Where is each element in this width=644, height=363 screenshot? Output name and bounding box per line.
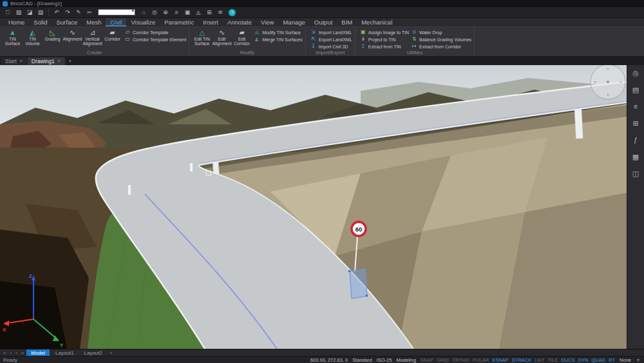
edit-icon[interactable]: ✎ [73,8,84,17]
edit-corridor-button[interactable]: ▰ Edit Corridor [232,28,252,46]
close-icon[interactable]: ✕ [57,59,61,64]
toggle-tile[interactable]: TILE [548,357,558,363]
tab-visualize[interactable]: Visualize [126,18,160,26]
toggle-strack[interactable]: STRACK [512,357,531,363]
tab-bim[interactable]: BIM [337,18,357,26]
tab-insert[interactable]: Insert [198,18,223,26]
tab-mesh[interactable]: Mesh [82,18,106,26]
materials-panel-icon[interactable]: ▦ [632,153,639,161]
close-icon[interactable]: ✕ [19,59,23,64]
doc-tab-start[interactable]: Start ✕ [1,57,27,65]
sheets-panel-icon[interactable]: ⊞ [632,119,638,127]
tab-annotate[interactable]: Annotate [223,18,256,26]
balance-grading-volumes-icon: ⇅ [411,36,417,43]
layout-tab-layout2[interactable]: Layout2 [80,349,107,357]
corridor-template-button[interactable]: ▱ Corridor Template [124,29,186,35]
new-tab-button[interactable]: + [66,57,75,65]
import-civil3d-button[interactable]: ↧ Import Civil 3D [310,43,352,50]
balance-grading-volumes-button[interactable]: ⇅ Balance Grading Volumes [411,36,471,43]
project-to-tin-button[interactable]: ↡ Project to TIN [360,36,409,43]
home-view-icon[interactable]: ⌂ [138,8,149,17]
layers-panel-icon[interactable]: ▤ [632,86,639,93]
workspace-name[interactable]: Modeling [396,357,415,363]
tab-solid[interactable]: Solid [29,18,52,26]
grading-button[interactable]: ◺ Grading [43,28,62,46]
undo-icon[interactable]: ↶ [52,8,62,17]
add-layout-button[interactable]: + [108,350,114,356]
toggle-polar[interactable]: POLAR [473,357,489,363]
tin-surface-button[interactable]: ▲ TIN Surface [3,28,23,46]
water-drop-button[interactable]: ⊙ Water Drop [411,29,471,35]
prev-tab-icon[interactable]: ‹ [8,350,13,356]
edit-alignment-button[interactable]: ∿ Edit Alignment [212,28,232,46]
redo-icon[interactable]: ↷ [62,8,73,17]
structure-panel-icon[interactable]: ◫ [632,170,639,177]
first-tab-icon[interactable]: « [2,350,7,356]
corridor-button[interactable]: ▰ Corridor [102,28,122,46]
vertical-alignment-view-button[interactable]: ⊿ Vertical Alignment View [82,28,102,46]
tab-surface[interactable]: Surface [52,18,82,26]
extract-from-tin-button[interactable]: ↥ Extract from TIN [360,43,409,50]
open-file-icon[interactable]: ▨ [14,8,24,17]
save-icon[interactable]: ◪ [24,8,35,17]
tab-parametric[interactable]: Parametric [160,18,198,26]
layers-icon[interactable]: ≡ [171,8,182,17]
settings-icon[interactable]: ≋ [215,8,225,17]
toggle-ortho[interactable]: ORTHO [452,357,469,363]
cursor-coordinates[interactable]: 603.93, 272.63, 0 [310,357,348,363]
edit-tin-surface-icon: △ [199,28,204,37]
corridor-template-element-button[interactable]: ▭ Corridor Template Element [124,36,186,43]
selected-sign-panel[interactable] [350,269,367,299]
extract-from-corridor-button[interactable]: ↦ Extract from Corridor [411,43,471,50]
cut-icon[interactable]: ✂ [84,8,95,17]
dimension-style[interactable]: ISO-25 [377,357,392,363]
toggle-quad[interactable]: QUAD [592,357,606,363]
tin-surface-icon: ▲ [9,28,16,37]
tab-manage[interactable]: Manage [278,18,309,26]
toggle-snap[interactable]: SNAP [421,357,433,363]
toggle-rt[interactable]: RT [609,357,615,363]
print-icon[interactable]: ▤ [35,8,46,17]
edit-tin-surface-button[interactable]: △ Edit TIN Surface [192,28,212,46]
toggle-dyn[interactable]: DYN [578,357,589,363]
navigation-sphere[interactable] [591,65,625,99]
new-file-icon[interactable]: □ [3,8,13,17]
viewport-scene: 60 Z X Y [0,65,627,349]
toggle-grid[interactable]: GRID [437,357,449,363]
assign-image-to-tin-button[interactable]: ▣ Assign Image to TIN [360,29,409,35]
grid-icon[interactable]: ⊞ [204,8,214,17]
tin-volume-surface-button[interactable]: ◭ TIN Volume Surface [23,28,43,46]
help-icon[interactable]: ? [229,9,236,16]
layout-tab-layout1[interactable]: Layout1 [51,349,78,357]
tab-mechanical[interactable]: Mechanical [357,18,397,26]
zoom-icon[interactable]: ⊕ [160,8,171,17]
properties-panel-icon[interactable]: ≡ [634,103,638,110]
fx-panel-icon[interactable]: ƒ [634,136,638,144]
last-tab-icon[interactable]: » [20,350,25,356]
modify-tin-surface-button[interactable]: ◬ Modify TIN Surface [254,29,303,35]
tab-home[interactable]: Home [4,18,29,26]
alignment-button[interactable]: ∿ Alignment [62,28,82,46]
import-landxml-button[interactable]: ⇲ Import LandXML [310,29,352,35]
orbit-icon[interactable]: ◎ [149,8,160,17]
layout-tab-model[interactable]: Model [26,349,50,357]
current-standard[interactable]: Standard [352,357,372,363]
tab-view[interactable]: View [256,18,278,26]
toggle-lwt[interactable]: LWT [535,357,544,363]
merge-tin-surfaces-button[interactable]: ◭ Merge TIN Surfaces [254,36,303,43]
export-landxml-button[interactable]: ⇱ Export LandXML [310,36,352,43]
selection-filter[interactable]: None [620,357,631,363]
next-tab-icon[interactable]: › [14,350,19,356]
tab-civil[interactable]: Civil [106,18,126,26]
properties-icon[interactable]: ▣ [182,8,193,17]
model-viewport[interactable]: 60 Z X Y [0,65,627,349]
toggle-ducs[interactable]: DUCS [561,357,574,363]
tab-output[interactable]: Output [310,18,337,26]
navigation-panel-icon[interactable]: ◎ [632,69,639,77]
status-expander-icon[interactable]: ▾ [636,357,641,363]
toggle-esnap[interactable]: ESNAP [492,357,508,363]
doc-tab-drawing1[interactable]: Drawing1 ✕ [28,57,65,65]
render-icon[interactable]: ◬ [193,8,204,17]
button-label: Import Civil 3D [319,44,348,49]
toolbar-dropdown[interactable]: ▾ [98,9,135,15]
